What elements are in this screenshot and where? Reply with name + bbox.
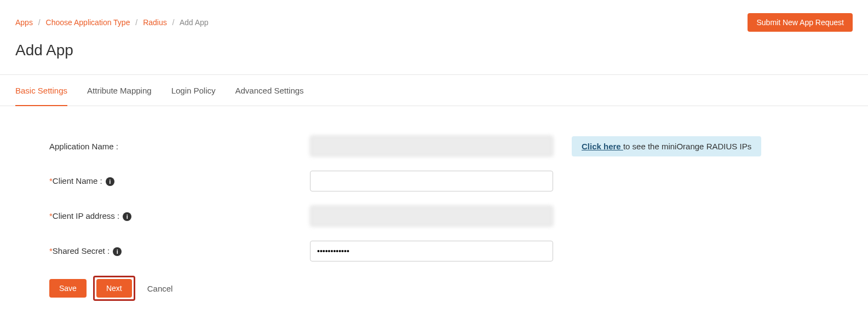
breadcrumb-current: Add App (180, 18, 209, 27)
client-ip-label: *Client IP address : i (49, 211, 310, 221)
tab-advanced-settings[interactable]: Advanced Settings (235, 75, 304, 106)
tabs: Basic Settings Attribute Mapping Login P… (0, 75, 868, 106)
info-icon[interactable]: i (106, 177, 114, 186)
info-box-text: to see the miniOrange RADIUS IPs (623, 142, 751, 151)
breadcrumb: Apps / Choose Application Type / Radius … (15, 18, 209, 27)
breadcrumb-choose-type[interactable]: Choose Application Type (46, 18, 130, 27)
radius-ip-info-box: Click here to see the miniOrange RADIUS … (572, 136, 761, 156)
cancel-link[interactable]: Cancel (147, 284, 173, 293)
client-name-label: *Client Name : i (49, 176, 310, 186)
application-name-input[interactable] (310, 136, 553, 156)
client-name-input[interactable] (310, 171, 553, 191)
breadcrumb-sep: / (173, 18, 175, 27)
breadcrumb-apps[interactable]: Apps (15, 18, 33, 27)
tab-attribute-mapping[interactable]: Attribute Mapping (87, 75, 152, 106)
submit-new-app-request-button[interactable]: Submit New App Request (748, 13, 853, 32)
click-here-link[interactable]: Click here (582, 142, 623, 151)
page-title: Add App (15, 42, 853, 59)
breadcrumb-sep: / (38, 18, 41, 27)
tab-login-policy[interactable]: Login Policy (171, 75, 216, 106)
breadcrumb-radius[interactable]: Radius (143, 18, 167, 27)
client-ip-input[interactable] (310, 206, 553, 226)
save-button[interactable]: Save (49, 279, 87, 298)
info-icon[interactable]: i (123, 212, 131, 221)
info-icon[interactable]: i (113, 247, 122, 256)
tab-basic-settings[interactable]: Basic Settings (15, 75, 67, 106)
application-name-label: Application Name : (49, 142, 310, 151)
next-button[interactable]: Next (96, 279, 132, 298)
shared-secret-input[interactable] (310, 241, 553, 261)
shared-secret-label: *Shared Secret : i (49, 246, 310, 256)
breadcrumb-sep: / (135, 18, 137, 27)
next-button-highlight: Next (93, 276, 135, 301)
